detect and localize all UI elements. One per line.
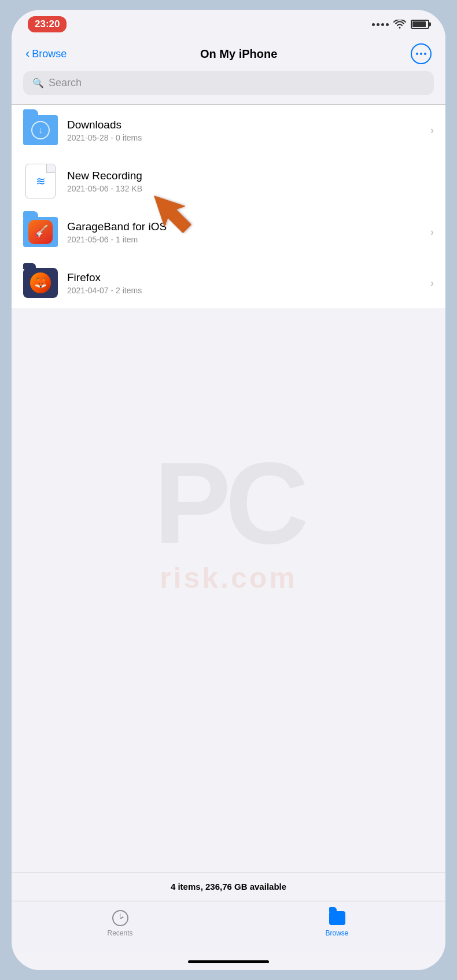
search-bar[interactable]: 🔍 Search (23, 71, 434, 95)
list-item[interactable]: 🦊 Firefox 2021-04-07 - 2 items › (12, 257, 445, 308)
recording-file-icon: ≋ (23, 164, 58, 198)
more-dots-icon (416, 53, 426, 55)
file-meta: 2021-05-06 - 1 item (67, 235, 430, 244)
list-item[interactable]: ≋ New Recording 2021-05-06 - 132 KB (12, 156, 445, 207)
home-bar (188, 960, 269, 963)
recents-icon (112, 910, 128, 926)
footer-summary: 4 items, 236,76 GB available (12, 872, 445, 901)
back-label: Browse (32, 48, 67, 60)
file-meta: 2021-04-07 - 2 items (67, 286, 430, 295)
garageband-app-icon: 🎸 (28, 220, 53, 244)
signal-icon (372, 23, 389, 26)
downloads-folder-icon: ↓ (23, 113, 58, 148)
file-list: ↓ Downloads 2021-05-28 - 0 items › ≋ New… (12, 105, 445, 308)
download-arrow-icon: ↓ (31, 121, 50, 139)
file-info: Downloads 2021-05-28 - 0 items (67, 119, 430, 142)
status-bar: 23:20 (12, 10, 445, 39)
firefox-folder-icon: 🦊 (23, 266, 58, 300)
search-container: 🔍 Search (12, 71, 445, 104)
tab-bar: Recents Browse (12, 901, 445, 953)
search-icon: 🔍 (32, 78, 44, 89)
back-button[interactable]: ‹ Browse (25, 47, 67, 60)
file-meta: 2021-05-06 - 132 KB (67, 184, 434, 193)
items-count: 4 items, 236,76 GB available (171, 882, 286, 891)
list-item[interactable]: 🎸 GarageBand for iOS 2021-05-06 - 1 item… (12, 207, 445, 257)
tab-recents[interactable]: Recents (12, 907, 228, 937)
firefox-app-icon: 🦊 (30, 272, 51, 293)
file-info: Firefox 2021-04-07 - 2 items (67, 271, 430, 295)
tab-recents-label: Recents (107, 929, 132, 937)
status-icons (372, 20, 429, 29)
battery-icon (411, 20, 429, 29)
chevron-right-icon: › (430, 277, 434, 289)
garageband-folder-icon: 🎸 (23, 215, 58, 249)
more-button[interactable] (411, 43, 432, 64)
file-name: New Recording (67, 170, 434, 182)
file-info: GarageBand for iOS 2021-05-06 - 1 item (67, 220, 430, 244)
browse-icon (329, 911, 345, 925)
waveform-icon: ≋ (36, 174, 46, 188)
tab-browse[interactable]: Browse (228, 907, 445, 937)
file-name: Firefox (67, 271, 430, 284)
main-content (12, 308, 445, 872)
home-indicator (12, 953, 445, 970)
wifi-icon (393, 20, 406, 29)
search-placeholder: Search (49, 77, 82, 89)
nav-bar: ‹ Browse On My iPhone (12, 39, 445, 71)
file-name: GarageBand for iOS (67, 220, 430, 233)
tab-browse-label: Browse (325, 929, 348, 937)
list-item[interactable]: ↓ Downloads 2021-05-28 - 0 items › (12, 105, 445, 156)
chevron-right-icon: › (430, 226, 434, 238)
back-chevron-icon: ‹ (25, 47, 30, 60)
status-time: 23:20 (28, 16, 67, 32)
file-info: New Recording 2021-05-06 - 132 KB (67, 170, 434, 193)
file-meta: 2021-05-28 - 0 items (67, 133, 430, 142)
page-title: On My iPhone (200, 47, 277, 61)
chevron-right-icon: › (430, 124, 434, 137)
file-name: Downloads (67, 119, 430, 131)
